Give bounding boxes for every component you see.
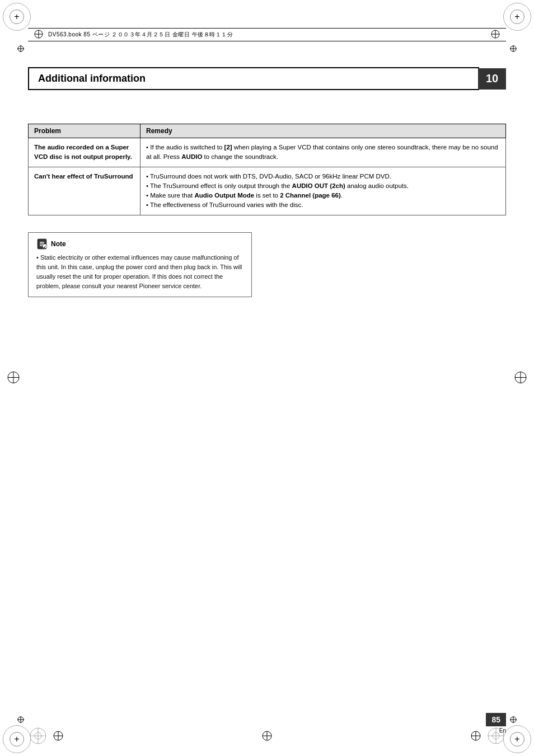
side-reg-mark-right xyxy=(514,370,527,386)
note-text: • Static electricity or other external i… xyxy=(36,253,243,291)
bottom-left-gear xyxy=(28,726,48,748)
side-reg-mark-left xyxy=(7,370,20,386)
table-header-problem: Problem xyxy=(29,124,140,138)
bottom-reg-right xyxy=(509,716,517,725)
page-container: DV563.book 85 ページ ２００３年４月２５日 金曜日 午後８時１１分 xyxy=(0,0,534,756)
remedy-cell-2: • TruSurround does not work with DTS, DV… xyxy=(140,167,506,215)
svg-text:✓: ✓ xyxy=(43,245,46,248)
bottom-right-gear xyxy=(486,726,506,748)
bottom-left-items xyxy=(28,726,64,748)
main-content: Additional information 10 Problem Remedy… xyxy=(28,67,506,711)
table-row: The audio recorded on a Super VCD disc i… xyxy=(29,138,506,167)
bottom-right-small-reg xyxy=(470,730,481,743)
corner-decoration-tr xyxy=(503,3,531,31)
problem-cell-1: The audio recorded on a Super VCD disc i… xyxy=(29,138,140,167)
problem-cell-2: Can't hear effect of TruSurround xyxy=(29,167,140,215)
note-box: ✓ Note • Static electricity or other ext… xyxy=(28,232,252,297)
note-header: ✓ Note xyxy=(36,238,243,250)
troubleshooting-table: Problem Remedy The audio recorded on a S… xyxy=(28,124,506,215)
top-reg-left xyxy=(17,45,25,54)
bottom-bar xyxy=(28,722,506,750)
note-title: Note xyxy=(51,240,66,248)
corner-decoration-tl xyxy=(3,3,31,31)
table-row: Can't hear effect of TruSurround • TruSu… xyxy=(29,167,506,215)
top-reg-right xyxy=(509,45,517,54)
bottom-right-items xyxy=(470,726,506,748)
table-header-remedy: Remedy xyxy=(140,124,506,138)
note-icon: ✓ xyxy=(36,238,48,250)
file-info-text: DV563.book 85 ページ ２００３年４月２５日 金曜日 午後８時１１分 xyxy=(48,31,233,39)
top-bar: DV563.book 85 ページ ２００３年４月２５日 金曜日 午後８時１１分 xyxy=(28,28,506,41)
bottom-center-reg xyxy=(261,730,273,743)
chapter-number: 10 xyxy=(478,68,506,90)
chapter-header: Additional information 10 xyxy=(28,67,506,90)
bottom-left-small-reg xyxy=(53,730,64,743)
chapter-title: Additional information xyxy=(28,67,479,90)
corner-decoration-br xyxy=(503,725,531,753)
corner-decoration-bl xyxy=(3,725,31,753)
bottom-reg-left xyxy=(17,716,25,725)
remedy-cell-1: • If the audio is switched to [2] when p… xyxy=(140,138,506,167)
